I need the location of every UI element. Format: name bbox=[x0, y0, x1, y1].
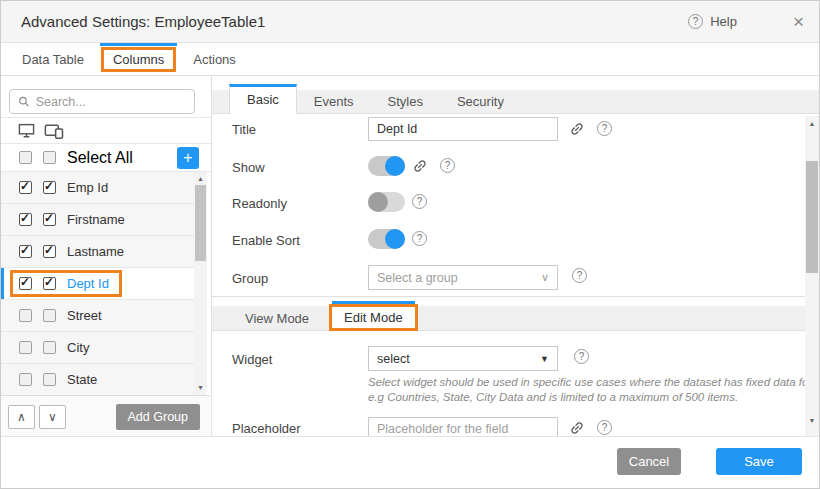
tab-basic[interactable]: Basic bbox=[229, 84, 297, 114]
scrollbar-thumb[interactable] bbox=[195, 185, 206, 261]
tab-view-mode[interactable]: View Mode bbox=[229, 307, 325, 331]
column-label: State bbox=[67, 372, 97, 387]
help-icon[interactable]: ? bbox=[597, 121, 612, 136]
link-binding-icon[interactable] bbox=[569, 121, 585, 137]
move-down-button[interactable]: ∨ bbox=[39, 405, 66, 429]
list-item[interactable]: ✓ ✓ Street bbox=[1, 300, 194, 332]
active-tab-indicator bbox=[332, 301, 415, 304]
panel-scrollbar[interactable]: ▲ ▼ bbox=[805, 116, 819, 438]
mobile-checkbox[interactable]: ✓ bbox=[43, 373, 56, 386]
add-column-button[interactable]: + bbox=[177, 147, 199, 169]
tab-edit-mode[interactable]: Edit Mode bbox=[329, 304, 418, 331]
mobile-checkbox[interactable]: ✓ bbox=[43, 341, 56, 354]
search-input[interactable] bbox=[36, 95, 186, 109]
list-item[interactable]: ✓ ✓ Firstname bbox=[1, 204, 194, 236]
help-icon[interactable]: ? bbox=[412, 231, 427, 246]
group-field-label: Group bbox=[232, 271, 268, 286]
link-binding-icon[interactable] bbox=[412, 158, 428, 174]
add-group-button[interactable]: Add Group bbox=[116, 404, 200, 430]
checkmark-icon: ✓ bbox=[20, 211, 30, 225]
advanced-settings-dialog: Advanced Settings: EmployeeTable1 ? Help… bbox=[0, 0, 820, 489]
mobile-checkbox[interactable]: ✓ bbox=[43, 213, 56, 226]
help-icon[interactable]: ? bbox=[597, 420, 612, 435]
mobile-tablet-icon bbox=[44, 123, 65, 139]
cancel-button[interactable]: Cancel bbox=[617, 448, 681, 475]
column-label: Street bbox=[67, 308, 102, 323]
scroll-up-icon[interactable]: ▲ bbox=[194, 174, 207, 184]
column-label: Dept Id bbox=[67, 276, 109, 291]
mobile-checkbox[interactable]: ✓ bbox=[43, 277, 56, 290]
list-item[interactable]: ✓ ✓ Lastname bbox=[1, 236, 194, 268]
list-item[interactable]: ✓ ✓ Emp Id bbox=[1, 172, 194, 204]
tab-styles[interactable]: Styles bbox=[371, 90, 440, 114]
checkmark-icon: ✓ bbox=[20, 179, 30, 193]
checkmark-icon: ✓ bbox=[44, 211, 54, 225]
placeholder-input[interactable] bbox=[368, 417, 558, 438]
help-icon[interactable]: ? bbox=[688, 14, 703, 29]
tab-security[interactable]: Security bbox=[440, 90, 521, 114]
readonly-field-label: Readonly bbox=[232, 196, 287, 211]
help-icon[interactable]: ? bbox=[572, 268, 587, 283]
selected-indicator bbox=[1, 268, 4, 299]
title-field-label: Title bbox=[232, 122, 256, 137]
desktop-icon bbox=[18, 123, 35, 139]
select-all-desktop-checkbox[interactable]: ✓ bbox=[19, 151, 32, 164]
mobile-checkbox[interactable]: ✓ bbox=[43, 245, 56, 258]
help-icon[interactable]: ? bbox=[440, 158, 455, 173]
link-binding-icon[interactable] bbox=[569, 420, 585, 436]
close-icon[interactable]: × bbox=[793, 12, 804, 31]
show-toggle[interactable] bbox=[368, 156, 405, 176]
placeholder-field-label: Placeholder bbox=[232, 421, 301, 436]
list-item-selected[interactable]: ✓ ✓ Dept Id bbox=[1, 268, 194, 300]
dropdown-arrow-icon: ▼ bbox=[540, 354, 549, 364]
scrollbar-thumb[interactable] bbox=[806, 161, 818, 273]
chevron-down-icon: ∨ bbox=[541, 271, 549, 284]
tab-data-table[interactable]: Data Table bbox=[9, 52, 97, 67]
group-select[interactable]: Select a group ∨ bbox=[368, 265, 558, 290]
checkmark-icon: ✓ bbox=[20, 275, 30, 289]
move-up-button[interactable]: ∧ bbox=[8, 405, 35, 429]
tab-columns[interactable]: Columns bbox=[101, 43, 176, 75]
desktop-checkbox[interactable]: ✓ bbox=[19, 213, 32, 226]
scroll-up-icon[interactable]: ▲ bbox=[805, 119, 819, 129]
enable-sort-toggle[interactable] bbox=[368, 229, 405, 249]
enable-sort-field-label: Enable Sort bbox=[232, 233, 300, 248]
select-all-row[interactable]: ✓ ✓ Select All + bbox=[1, 144, 211, 172]
desktop-checkbox[interactable]: ✓ bbox=[19, 245, 32, 258]
device-visibility-header bbox=[1, 117, 211, 144]
scroll-down-icon[interactable]: ▼ bbox=[194, 383, 207, 393]
show-field-label: Show bbox=[232, 160, 265, 175]
save-button[interactable]: Save bbox=[716, 448, 802, 475]
mobile-checkbox[interactable]: ✓ bbox=[43, 181, 56, 194]
desktop-checkbox[interactable]: ✓ bbox=[19, 277, 32, 290]
search-box[interactable] bbox=[9, 89, 195, 114]
title-input[interactable] bbox=[368, 117, 558, 141]
sidebar-scrollbar[interactable]: ▲ ▼ bbox=[194, 172, 207, 395]
widget-field-label: Widget bbox=[232, 352, 272, 367]
desktop-checkbox[interactable]: ✓ bbox=[19, 309, 32, 322]
scroll-down-icon[interactable]: ▼ bbox=[805, 416, 819, 426]
desktop-checkbox[interactable]: ✓ bbox=[19, 373, 32, 386]
tab-edit-mode-label: Edit Mode bbox=[344, 310, 403, 325]
list-item[interactable]: ✓ ✓ State bbox=[1, 364, 194, 396]
column-label: Emp Id bbox=[67, 180, 108, 195]
mobile-checkbox[interactable]: ✓ bbox=[43, 309, 56, 322]
group-select-placeholder: Select a group bbox=[377, 271, 458, 285]
list-item[interactable]: ✓ ✓ City bbox=[1, 332, 194, 364]
tab-actions[interactable]: Actions bbox=[180, 52, 249, 67]
desktop-checkbox[interactable]: ✓ bbox=[19, 181, 32, 194]
desktop-checkbox[interactable]: ✓ bbox=[19, 341, 32, 354]
help-icon[interactable]: ? bbox=[574, 349, 589, 364]
widget-select[interactable]: select ▼ bbox=[368, 346, 558, 371]
main-tab-bar: Data Table Columns Actions bbox=[1, 43, 819, 76]
readonly-toggle[interactable] bbox=[368, 192, 405, 212]
tab-events[interactable]: Events bbox=[297, 90, 371, 114]
column-label: City bbox=[67, 340, 89, 355]
help-label[interactable]: Help bbox=[710, 14, 737, 29]
sidebar-footer: ∧ ∨ Add Group bbox=[1, 395, 210, 438]
active-tab-indicator bbox=[100, 43, 177, 46]
select-all-mobile-checkbox[interactable]: ✓ bbox=[43, 151, 56, 164]
help-icon[interactable]: ? bbox=[412, 194, 427, 209]
column-label: Lastname bbox=[67, 244, 124, 259]
checkmark-icon: ✓ bbox=[44, 275, 54, 289]
